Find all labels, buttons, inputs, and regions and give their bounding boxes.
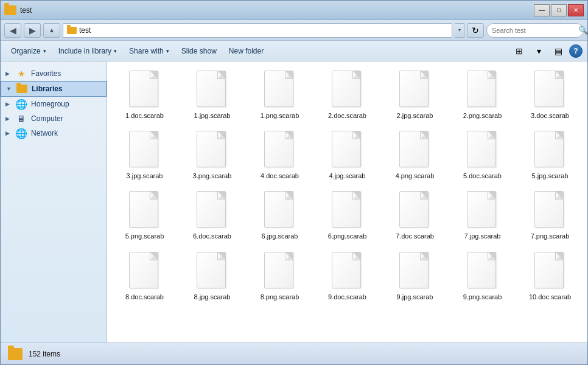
address-bar: ◀ ▶ ▲ test ▾ ↻ 🔍 bbox=[1, 20, 587, 41]
file-item[interactable]: 7.jpg.scarab bbox=[450, 187, 515, 245]
file-name: 2.png.scarab bbox=[463, 112, 502, 120]
forward-button[interactable]: ▶ bbox=[24, 23, 41, 38]
file-icon-corner bbox=[421, 131, 428, 139]
sidebar-item-homegroup[interactable]: ▶ 🌐 Homegroup bbox=[1, 97, 107, 111]
file-icon-background bbox=[129, 252, 158, 288]
slideshow-button[interactable]: Slide show bbox=[176, 43, 222, 59]
sidebar-item-libraries[interactable]: ▼ Libraries bbox=[1, 81, 107, 97]
file-name: 4.jpg.scarab bbox=[329, 172, 366, 180]
file-icon bbox=[197, 252, 228, 291]
file-icon bbox=[332, 71, 363, 109]
file-icon-background bbox=[399, 191, 429, 228]
file-name: 9.png.scarab bbox=[463, 293, 502, 301]
file-item[interactable]: 8.png.scarab bbox=[247, 248, 312, 305]
file-item[interactable]: 1.jpg.scarab bbox=[180, 66, 245, 124]
file-name: 2.jpg.scarab bbox=[397, 112, 433, 120]
file-icon-background bbox=[264, 131, 293, 167]
back-button[interactable]: ◀ bbox=[4, 23, 21, 38]
file-item[interactable]: 9.jpg.scarab bbox=[382, 248, 447, 305]
view-dropdown-button[interactable]: ▾ bbox=[530, 43, 547, 59]
file-icon-background bbox=[467, 71, 496, 107]
maximize-button[interactable]: □ bbox=[551, 4, 567, 16]
file-item[interactable]: 3.doc.scarab bbox=[517, 66, 583, 124]
file-icon-background bbox=[197, 131, 226, 167]
file-item[interactable]: 6.jpg.scarab bbox=[247, 187, 312, 245]
file-icon-background bbox=[399, 131, 429, 167]
window-title: test bbox=[20, 6, 32, 15]
address-field[interactable]: test bbox=[63, 23, 452, 38]
file-item[interactable]: 7.png.scarab bbox=[517, 187, 583, 245]
file-item[interactable]: 5.png.scarab bbox=[112, 187, 177, 245]
file-icon-background bbox=[264, 71, 293, 107]
file-icon bbox=[129, 71, 161, 109]
file-item[interactable]: 3.jpg.scarab bbox=[112, 127, 177, 184]
sidebar-item-computer[interactable]: ▶ 🖥 Computer bbox=[1, 111, 107, 126]
sidebar-item-favorites[interactable]: ▶ ★ Favorites bbox=[1, 66, 107, 81]
address-dropdown[interactable]: ▾ bbox=[455, 23, 464, 38]
organize-button[interactable]: Organize bbox=[5, 43, 52, 59]
help-button[interactable]: ? bbox=[569, 44, 583, 58]
file-icon-corner bbox=[488, 252, 495, 260]
minimize-button[interactable]: — bbox=[534, 4, 550, 16]
refresh-button[interactable]: ↻ bbox=[467, 23, 484, 38]
up-button[interactable]: ▲ bbox=[43, 23, 60, 38]
network-label: Network bbox=[31, 129, 58, 137]
file-name: 7.png.scarab bbox=[531, 232, 570, 240]
share-with-button[interactable]: Share with bbox=[124, 43, 175, 59]
file-name: 3.doc.scarab bbox=[531, 112, 569, 120]
file-icon-corner bbox=[556, 71, 563, 78]
file-icon-corner bbox=[421, 71, 428, 78]
file-item[interactable]: 4.doc.scarab bbox=[247, 127, 312, 184]
libraries-label: Libraries bbox=[32, 85, 63, 93]
sidebar: ▶ ★ Favorites ▼ Libraries ▶ 🌐 Homegroup bbox=[1, 61, 107, 342]
file-item[interactable]: 2.jpg.scarab bbox=[382, 66, 447, 124]
file-icon-corner bbox=[218, 71, 225, 78]
file-item[interactable]: 2.png.scarab bbox=[450, 66, 515, 124]
file-icon bbox=[264, 252, 296, 291]
file-icon-background bbox=[467, 252, 496, 288]
file-item[interactable]: 9.png.scarab bbox=[450, 248, 515, 305]
computer-arrow: ▶ bbox=[5, 116, 12, 122]
include-in-library-button[interactable]: Include in library bbox=[53, 43, 122, 59]
close-button[interactable]: ✕ bbox=[568, 4, 584, 16]
file-icon-corner bbox=[556, 131, 563, 139]
file-item[interactable]: 3.png.scarab bbox=[180, 127, 245, 184]
file-item[interactable]: 1.png.scarab bbox=[247, 66, 312, 124]
file-item[interactable]: 1.doc.scarab bbox=[112, 66, 177, 124]
details-pane-button[interactable]: ▤ bbox=[550, 43, 567, 59]
address-text: test bbox=[79, 26, 91, 35]
star-icon: ★ bbox=[18, 69, 26, 78]
file-icon-corner bbox=[218, 192, 225, 199]
file-item[interactable]: 5.doc.scarab bbox=[450, 127, 515, 184]
title-bar: test — □ ✕ bbox=[1, 1, 587, 20]
file-icon bbox=[399, 71, 431, 109]
file-item[interactable]: 7.doc.scarab bbox=[382, 187, 447, 245]
file-item[interactable]: 6.doc.scarab bbox=[180, 187, 245, 245]
file-item[interactable]: 8.jpg.scarab bbox=[180, 248, 245, 305]
file-icon bbox=[467, 131, 499, 170]
file-name: 8.doc.scarab bbox=[125, 293, 164, 301]
status-bar: 152 items bbox=[1, 342, 587, 364]
file-item[interactable]: 8.doc.scarab bbox=[112, 248, 177, 305]
view-toggle-button[interactable]: ⊞ bbox=[511, 43, 528, 59]
file-item[interactable]: 9.doc.scarab bbox=[315, 248, 380, 305]
file-item[interactable]: 10.doc.scarab bbox=[517, 248, 583, 305]
library-folder-icon bbox=[16, 85, 27, 93]
file-item[interactable]: 4.jpg.scarab bbox=[315, 127, 380, 184]
search-input[interactable] bbox=[492, 27, 576, 34]
file-item[interactable]: 6.png.scarab bbox=[315, 187, 380, 245]
file-item[interactable]: 2.doc.scarab bbox=[315, 66, 380, 124]
file-name: 8.jpg.scarab bbox=[194, 293, 231, 301]
file-icon-corner bbox=[556, 192, 563, 199]
status-folder-icon bbox=[8, 348, 23, 360]
computer-monitor-icon: 🖥 bbox=[17, 114, 26, 123]
sidebar-item-network[interactable]: ▶ 🌐 Network bbox=[1, 126, 107, 141]
favorites-label: Favorites bbox=[31, 69, 61, 78]
file-icon bbox=[129, 191, 161, 230]
search-box[interactable]: 🔍 bbox=[486, 23, 584, 38]
file-icon-corner bbox=[421, 252, 428, 260]
file-item[interactable]: 4.png.scarab bbox=[382, 127, 447, 184]
file-item[interactable]: 5.jpg.scarab bbox=[517, 127, 583, 184]
favorites-icon: ★ bbox=[15, 69, 27, 78]
new-folder-button[interactable]: New folder bbox=[223, 43, 269, 59]
